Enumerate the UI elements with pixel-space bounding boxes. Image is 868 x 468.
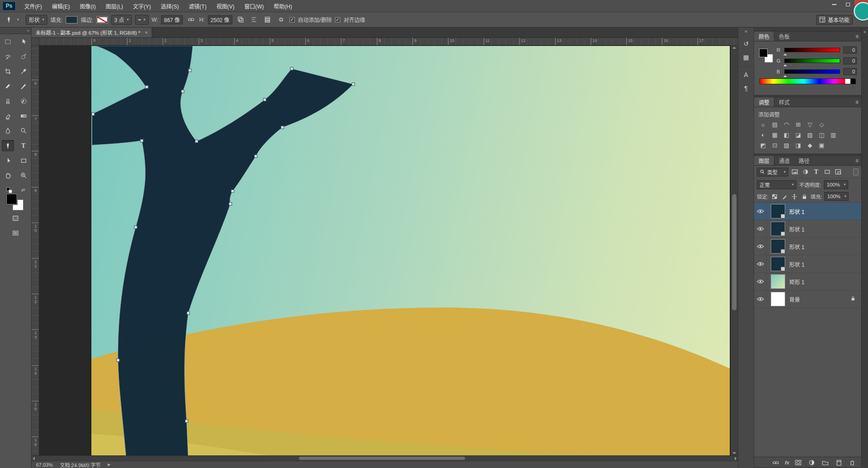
default-colors-icon[interactable] [6,187,13,194]
layer-row[interactable]: 形状 1 [754,220,861,238]
pasteboard[interactable] [39,45,730,455]
visibility-toggle[interactable] [754,203,767,220]
menu-help[interactable]: 帮助(H) [269,0,297,12]
foreground-color-swatch[interactable] [759,49,768,57]
adjustment-icon[interactable]: ▤ [770,120,780,129]
menu-window[interactable]: 窗口(W) [240,0,269,12]
layer-name[interactable]: 背景 [789,295,800,303]
status-flyout-icon[interactable]: ▶ [108,463,110,467]
tool-preset-caret-icon[interactable]: ▾ [17,18,19,22]
vertical-scroll-thumb[interactable] [732,194,737,310]
crop-tool[interactable] [2,66,14,77]
minimize-button[interactable] [827,0,841,9]
hand-tool[interactable] [2,170,14,181]
fill-swatch[interactable] [66,16,77,23]
tool-mode-select[interactable]: 形状 ▾ [26,15,47,25]
align-edges-checkbox[interactable]: ✓ [335,17,340,23]
adjustment-icon[interactable]: ◨ [793,141,803,150]
scroll-left-icon[interactable] [33,457,35,460]
adjustment-icon[interactable]: ▥ [828,130,838,139]
eraser-tool[interactable] [2,110,14,122]
adjustment-icon[interactable]: ◩ [758,141,768,150]
menu-layer[interactable]: 图层(L) [101,0,128,12]
vertical-scrollbar[interactable] [730,45,738,455]
layer-row[interactable]: 形状 1 [754,238,861,255]
history-panel-button[interactable]: ↺ [740,38,752,49]
layer-filter-select[interactable]: 类型 ▾ [757,168,788,177]
lock-all-button[interactable] [800,193,808,200]
filter-adjustment-layers-button[interactable] [801,168,810,177]
filter-smart-objects-button[interactable] [833,168,842,177]
zoom-tool[interactable] [18,170,30,181]
blur-tool[interactable] [2,125,14,136]
layer-thumbnail[interactable] [771,257,785,271]
eyedropper-tool[interactable] [18,66,30,77]
adjustment-icon[interactable]: ▣ [817,141,827,150]
tab-close-icon[interactable]: × [145,30,148,35]
layer-thumbnail[interactable] [771,292,785,306]
adjustment-icon[interactable]: ▽ [805,120,815,129]
menu-image[interactable]: 图像(I) [75,0,100,12]
clone-stamp-tool[interactable] [2,95,14,107]
maximize-button[interactable] [841,0,854,9]
expand-panels-icon[interactable]: « [738,28,754,36]
new-adjustment-layer-button[interactable] [807,458,816,467]
filter-shape-layers-button[interactable] [823,168,832,177]
type-tool[interactable]: T [18,140,30,151]
app-logo[interactable]: Ps [2,1,16,11]
layer-name[interactable]: 矩形 1 [789,278,805,286]
pen-tool[interactable] [2,140,14,151]
layer-thumbnail[interactable] [771,204,785,218]
filter-type-layers-button[interactable]: T [812,168,821,177]
scroll-down-icon[interactable] [732,452,736,454]
workspace-switcher[interactable]: 基本功能 [816,15,853,25]
menu-filter[interactable]: 滤镜(T) [184,0,211,12]
rectangle-tool[interactable] [18,155,30,166]
document-tab[interactable]: 未标题-1 - 副本.psd @ 67% (形状 1, RGB/8) * × [32,27,152,37]
paragraph-panel-button[interactable]: ¶ [740,83,752,94]
adjustment-icon[interactable]: ▨ [782,141,791,150]
add-mask-button[interactable] [794,458,803,467]
new-group-button[interactable] [821,458,830,467]
styles-panel-button[interactable]: ▦ [740,52,752,63]
width-field[interactable]: 867 像 [161,15,182,24]
toolbox-collapse-icon[interactable]: » [0,27,31,34]
tab-channels[interactable]: 通道 [774,156,794,165]
lock-position-button[interactable] [791,193,798,200]
canvas[interactable] [91,46,730,455]
horizontal-scroll-thumb[interactable] [299,457,465,460]
layer-filter-toggle[interactable] [853,168,859,176]
opacity-select[interactable]: 100% ▾ [824,180,848,189]
adjustment-icon[interactable]: ⊞ [793,120,803,129]
visibility-toggle[interactable] [754,291,767,308]
lasso-tool[interactable] [2,51,14,62]
adjustment-icon[interactable]: ▧ [805,130,815,139]
layer-thumbnail[interactable] [771,222,785,236]
adjustment-icon[interactable]: ◠ [782,120,791,129]
quick-selection-tool[interactable] [18,51,30,62]
layer-name[interactable]: 形状 1 [789,243,805,250]
visibility-toggle[interactable] [754,220,767,237]
tab-swatches[interactable]: 色板 [774,32,794,41]
layer-row[interactable]: 形状 1 [754,203,861,220]
path-selection-tool[interactable] [2,155,14,166]
tab-paths[interactable]: 路径 [794,156,814,165]
red-value-field[interactable]: 0 [843,46,857,54]
layer-style-button[interactable]: fx [785,460,789,465]
layer-thumbnail[interactable] [771,274,785,289]
quick-mask-button[interactable] [9,213,22,224]
layer-name[interactable]: 形状 1 [789,225,805,233]
adjustment-icon[interactable]: ◇ [817,120,827,129]
red-slider[interactable] [784,48,840,52]
path-operations-button[interactable] [235,15,246,25]
tab-layers[interactable]: 图层 [754,156,774,165]
green-value-field[interactable]: 0 [843,57,857,64]
adjustment-icon[interactable]: ◪ [793,130,803,139]
blend-mode-select[interactable]: 正常 ▾ [757,180,796,189]
color-panel-swatches[interactable] [759,49,774,64]
healing-brush-tool[interactable] [2,81,14,92]
layer-thumbnail[interactable] [771,239,785,254]
lock-transparency-button[interactable] [771,193,778,200]
fill-select[interactable]: 100% ▾ [824,192,849,201]
collapse-panels-icon[interactable]: « [862,27,868,34]
